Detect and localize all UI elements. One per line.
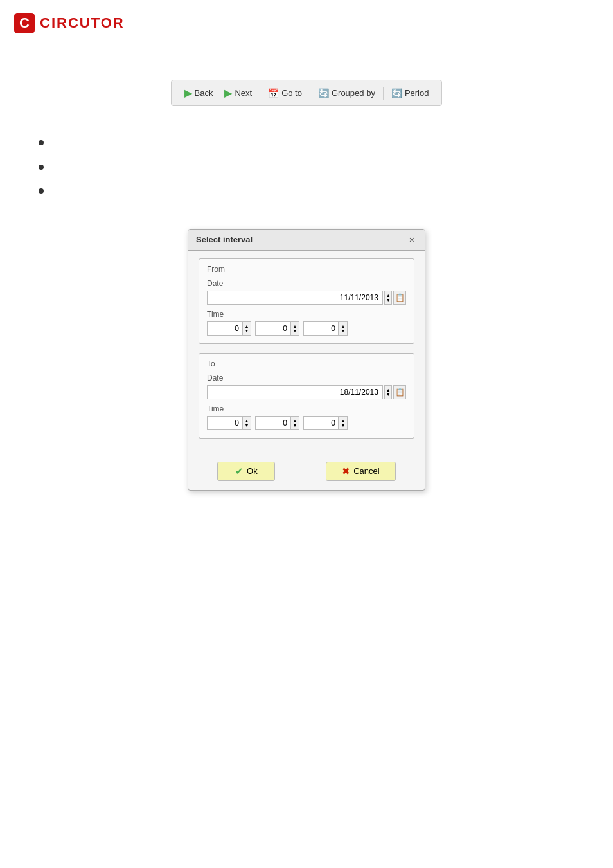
- spin-up-icon: ▲: [341, 419, 346, 423]
- bullet-text-3: [53, 185, 55, 198]
- from-date-spin[interactable]: ▲ ▼: [384, 291, 393, 305]
- calendar-icon: 📋: [395, 388, 405, 397]
- logo-icon: C: [13, 12, 36, 35]
- from-section: From Date ▲ ▼ 📋 Time: [199, 258, 414, 344]
- toolbar-divider-2: [310, 87, 310, 100]
- list-item: [39, 185, 574, 198]
- cancel-button[interactable]: ✖ Cancel: [326, 462, 395, 481]
- groupedby-button[interactable]: 🔄 Grouped by: [313, 86, 380, 101]
- to-time-minutes-field: ▲ ▼: [255, 416, 299, 430]
- to-time-seconds-spin[interactable]: ▲ ▼: [339, 416, 348, 430]
- groupedby-icon: 🔄: [318, 88, 329, 98]
- groupedby-label: Grouped by: [332, 88, 375, 98]
- spin-up-icon: ▲: [293, 419, 298, 423]
- toolbar-divider-3: [383, 87, 384, 100]
- dialog-body: From Date ▲ ▼ 📋 Time: [188, 251, 425, 455]
- list-item: [39, 161, 574, 174]
- back-button[interactable]: ▶ Back: [179, 84, 218, 102]
- list-item: [39, 137, 574, 150]
- from-time-hours-input[interactable]: [207, 321, 242, 336]
- to-time-seconds-input[interactable]: [303, 416, 339, 430]
- logo-text: CIRCUTOR: [40, 15, 125, 32]
- spin-down-icon: ▼: [245, 423, 249, 428]
- spin-up-icon: ▲: [341, 324, 346, 329]
- from-time-seconds-input[interactable]: [303, 321, 339, 336]
- bullet-dot-2: [39, 165, 44, 170]
- period-button[interactable]: 🔄 Period: [386, 86, 434, 101]
- spin-down-icon: ▼: [386, 392, 391, 397]
- ok-label: Ok: [247, 466, 258, 476]
- cancel-label: Cancel: [353, 466, 379, 476]
- from-legend: From: [204, 265, 227, 274]
- to-time-minutes-input[interactable]: [255, 416, 290, 430]
- from-time-minutes-input[interactable]: [255, 321, 290, 336]
- dialog-close-button[interactable]: ×: [407, 233, 417, 246]
- spin-up-icon: ▲: [386, 293, 391, 298]
- to-date-spin[interactable]: ▲ ▼: [384, 385, 393, 399]
- next-icon: ▶: [224, 87, 232, 99]
- from-time-seconds-spin[interactable]: ▲ ▼: [339, 321, 348, 336]
- select-interval-dialog: Select interval × From Date ▲ ▼ 📋 T: [188, 229, 425, 491]
- to-date-input[interactable]: [207, 385, 383, 399]
- to-time-row: ▲ ▼ ▲ ▼ ▲: [207, 416, 406, 430]
- svg-text:C: C: [19, 15, 30, 31]
- to-legend: To: [204, 359, 218, 368]
- next-label: Next: [235, 88, 252, 98]
- calendar-icon: 📋: [395, 293, 405, 302]
- back-icon: ▶: [184, 87, 192, 99]
- from-date-row: ▲ ▼ 📋: [207, 291, 406, 305]
- spin-down-icon: ▼: [245, 329, 249, 333]
- from-time-minutes-spin[interactable]: ▲ ▼: [290, 321, 299, 336]
- from-date-input[interactable]: [207, 291, 383, 305]
- back-label: Back: [195, 88, 213, 98]
- logo-area: C CIRCUTOR: [0, 0, 613, 41]
- from-time-hours-field: ▲ ▼: [207, 321, 251, 336]
- to-date-calendar-button[interactable]: 📋: [393, 385, 406, 399]
- bullet-text-2: [53, 161, 55, 174]
- from-date-calendar-button[interactable]: 📋: [393, 291, 406, 305]
- toolbar: ▶ Back ▶ Next 📅 Go to 🔄 Grouped by 🔄 Per…: [171, 80, 443, 106]
- spin-down-icon: ▼: [293, 423, 298, 428]
- goto-icon: 📅: [268, 88, 279, 98]
- goto-label: Go to: [281, 88, 302, 98]
- from-time-minutes-field: ▲ ▼: [255, 321, 299, 336]
- to-time-seconds-field: ▲ ▼: [303, 416, 348, 430]
- period-icon: 🔄: [391, 88, 402, 98]
- toolbar-divider-1: [260, 87, 260, 100]
- spin-up-icon: ▲: [386, 388, 391, 392]
- spin-up-icon: ▲: [293, 324, 298, 329]
- from-date-label: Date: [207, 279, 406, 288]
- spin-down-icon: ▼: [386, 298, 391, 302]
- from-time-hours-spin[interactable]: ▲ ▼: [242, 321, 251, 336]
- dialog-header: Select interval ×: [188, 230, 425, 251]
- bullet-text-1: [53, 137, 55, 150]
- ok-button[interactable]: ✔ Ok: [217, 462, 275, 481]
- to-time-hours-input[interactable]: [207, 416, 242, 430]
- to-date-label: Date: [207, 374, 406, 383]
- period-label: Period: [405, 88, 429, 98]
- spin-down-icon: ▼: [293, 329, 298, 333]
- to-time-minutes-spin[interactable]: ▲ ▼: [290, 416, 299, 430]
- bullet-dot-3: [39, 188, 44, 194]
- to-section: To Date ▲ ▼ 📋 Time: [199, 353, 414, 439]
- content-area: [0, 119, 613, 216]
- spin-down-icon: ▼: [341, 423, 346, 428]
- spin-up-icon: ▲: [245, 419, 249, 423]
- from-time-label: Time: [207, 310, 406, 319]
- cancel-x-icon: ✖: [342, 466, 350, 477]
- dialog-title: Select interval: [196, 235, 253, 244]
- ok-checkmark-icon: ✔: [235, 466, 244, 477]
- from-time-row: ▲ ▼ ▲ ▼ ▲: [207, 321, 406, 336]
- bullet-dot-1: [39, 140, 44, 145]
- to-time-label: Time: [207, 404, 406, 413]
- dialog-overlay: Select interval × From Date ▲ ▼ 📋 T: [0, 229, 613, 491]
- from-time-seconds-field: ▲ ▼: [303, 321, 348, 336]
- to-time-hours-spin[interactable]: ▲ ▼: [242, 416, 251, 430]
- next-button[interactable]: ▶ Next: [219, 84, 257, 102]
- goto-button[interactable]: 📅 Go to: [263, 86, 307, 101]
- to-time-hours-field: ▲ ▼: [207, 416, 251, 430]
- dialog-footer: ✔ Ok ✖ Cancel: [188, 455, 425, 490]
- spin-up-icon: ▲: [245, 324, 249, 329]
- spin-down-icon: ▼: [341, 329, 346, 333]
- to-date-row: ▲ ▼ 📋: [207, 385, 406, 399]
